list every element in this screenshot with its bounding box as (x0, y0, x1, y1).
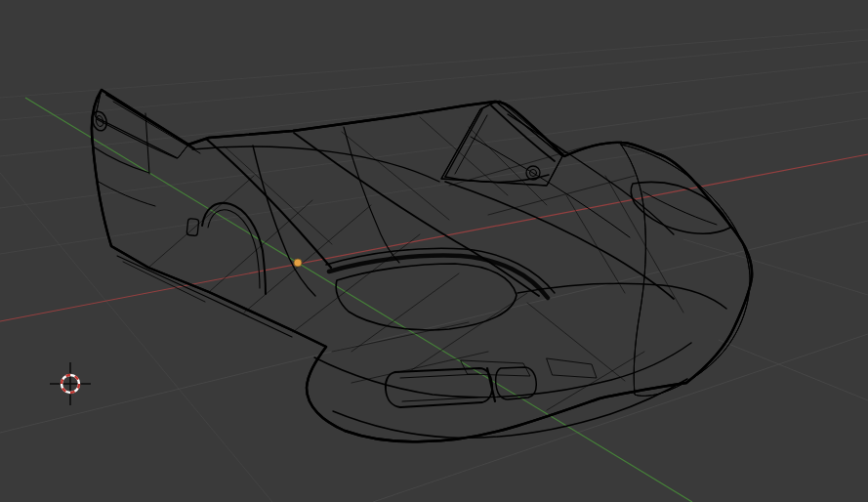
object-origin-point[interactable] (294, 259, 302, 267)
blender-3d-viewport[interactable] (0, 0, 868, 502)
